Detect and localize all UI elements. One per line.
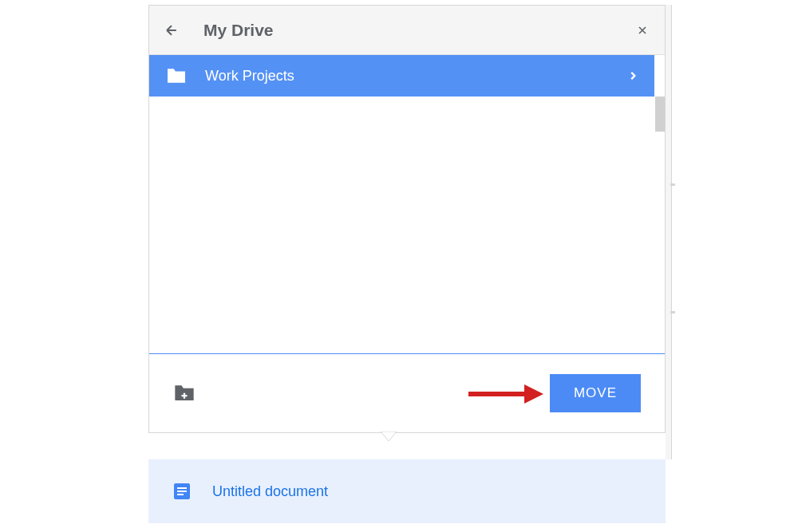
dialog-title: My Drive (203, 21, 633, 40)
svg-rect-5 (177, 491, 187, 492)
svg-rect-6 (177, 494, 184, 495)
right-notch (670, 311, 675, 313)
new-folder-button[interactable] (173, 384, 196, 403)
new-folder-icon (173, 384, 196, 402)
move-dialog: My Drive Work Projects (148, 5, 666, 433)
chevron-right-icon (627, 67, 638, 85)
right-strip (666, 5, 672, 459)
dialog-caret-icon (381, 432, 397, 441)
google-doc-icon (172, 482, 192, 501)
svg-marker-1 (524, 384, 543, 404)
close-button[interactable] (633, 21, 652, 40)
close-icon (636, 24, 649, 37)
folder-list: Work Projects (149, 55, 665, 354)
arrow-left-icon (164, 22, 180, 38)
dialog-footer: MOVE (149, 354, 665, 432)
folder-icon (165, 67, 188, 85)
svg-rect-4 (177, 487, 187, 489)
back-button[interactable] (162, 21, 181, 40)
dialog-header: My Drive (149, 6, 665, 55)
move-button[interactable]: MOVE (550, 374, 641, 412)
folder-item[interactable]: Work Projects (149, 55, 654, 97)
svg-marker-2 (381, 432, 397, 441)
arrow-annotation-icon (468, 384, 543, 404)
scrollbar-thumb[interactable] (655, 97, 665, 132)
folder-name: Work Projects (205, 68, 627, 85)
right-notch (670, 183, 675, 186)
document-row[interactable]: Untitled document (148, 459, 666, 523)
document-name: Untitled document (212, 483, 328, 500)
